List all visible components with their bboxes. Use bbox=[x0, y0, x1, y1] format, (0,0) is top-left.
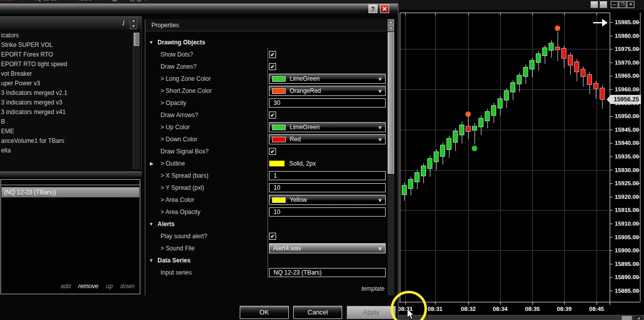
properties-header: Properties bbox=[145, 19, 394, 31]
dropdown[interactable]: Red∨ bbox=[269, 134, 386, 144]
candle-body bbox=[472, 126, 477, 130]
section-header[interactable]: ▼Alerts bbox=[145, 218, 387, 230]
chevron-down-icon: ∨ bbox=[378, 76, 382, 81]
property-label: Input series bbox=[160, 266, 192, 279]
collapse-triangle-icon[interactable]: ▼ bbox=[149, 36, 153, 48]
dropdown-value: OrangeRed bbox=[290, 87, 378, 94]
candle-body bbox=[402, 185, 407, 195]
resize-corner-icon[interactable]: ◢ bbox=[634, 315, 642, 320]
chevron-down-icon: ∨ bbox=[378, 197, 382, 202]
window-button[interactable] bbox=[591, 1, 598, 8]
template-link[interactable]: template bbox=[361, 285, 385, 292]
indicator-list-item[interactable]: B bbox=[0, 117, 132, 127]
expander-icon[interactable]: ▶ bbox=[150, 157, 153, 170]
text-input[interactable]: 10 bbox=[269, 183, 386, 192]
close-icon[interactable]: ✕ bbox=[380, 5, 389, 13]
checkbox[interactable]: ✔ bbox=[269, 63, 276, 70]
selected-series-row[interactable]: (NQ 12-23 (TBars)) bbox=[2, 187, 139, 197]
candle-body bbox=[447, 138, 451, 150]
indicator-list-item[interactable]: uper Power v3 bbox=[0, 79, 132, 88]
indicator-list-item[interactable]: 3 indicators merged v3 bbox=[0, 98, 132, 108]
info-icon[interactable]: i bbox=[122, 19, 124, 27]
toolbar-icons[interactable]: ▦ ✎ ⌖ ▤ ▥ ⚙ bbox=[112, 0, 148, 2]
add-link[interactable]: add bbox=[61, 283, 71, 290]
list-scroll-spinner[interactable]: ▲ ▼ bbox=[130, 18, 137, 29]
collapse-triangle-icon[interactable]: ▼ bbox=[149, 218, 153, 230]
minimize-icon[interactable]: — bbox=[611, 1, 618, 8]
text-input[interactable]: 1 bbox=[269, 171, 386, 180]
dialog-titlebar: ? ✕ bbox=[0, 4, 398, 15]
chart-hscrollbar[interactable]: ◢ bbox=[399, 315, 644, 320]
candle-body bbox=[504, 91, 509, 100]
candle-body bbox=[408, 179, 413, 189]
text-input[interactable]: NQ 12-23 (TBars) bbox=[269, 268, 386, 277]
scroll-up-icon[interactable]: ▲ bbox=[130, 18, 137, 24]
scrollbar-thumb[interactable] bbox=[134, 33, 139, 46]
indicator-list-item[interactable]: elta bbox=[0, 146, 132, 155]
property-row: > Long Zone ColorLimeGreen∨ bbox=[145, 73, 387, 85]
dropdown-value: LimeGreen bbox=[290, 75, 378, 82]
scroll-down-icon[interactable]: ▼ bbox=[388, 25, 394, 31]
close-icon[interactable]: ✕ bbox=[627, 1, 634, 8]
candle-body bbox=[581, 69, 585, 77]
time-axis-label: 08:39 bbox=[557, 306, 571, 312]
price-axis-label: 15950.00 bbox=[615, 113, 639, 119]
checkbox[interactable]: ✔ bbox=[269, 51, 276, 58]
ok-button[interactable]: OK bbox=[240, 306, 289, 319]
scrollbar-thumb[interactable] bbox=[388, 32, 394, 174]
text-input[interactable]: 10 bbox=[269, 207, 386, 217]
property-row: > Area ColorYellow∨ bbox=[145, 194, 387, 206]
chart-menu-button[interactable]: Chart bbox=[0, 0, 15, 2]
scroll-up-icon[interactable]: ▲ bbox=[388, 19, 394, 25]
instrument-selector[interactable]: NQ 12-23 bbox=[33, 0, 58, 2]
price-axis-label: 15920.00 bbox=[615, 194, 639, 200]
remove-link[interactable]: remove bbox=[78, 283, 98, 290]
down-link[interactable]: down bbox=[120, 283, 135, 290]
dropdown[interactable]: OrangeRed∨ bbox=[269, 86, 386, 96]
property-label: > Short Zone Color bbox=[160, 85, 212, 97]
indicator-list-item[interactable]: icators bbox=[0, 31, 132, 40]
text-input[interactable]: 30 bbox=[269, 98, 386, 108]
restore-icon[interactable]: ❐ bbox=[619, 1, 626, 8]
apply-button[interactable]: Apply bbox=[347, 306, 396, 319]
indicator-list-item[interactable]: EPORT Forex RTO bbox=[0, 50, 132, 60]
indicator-list-item[interactable]: EPORT RTO tight speed bbox=[0, 60, 132, 69]
time-axis-label: 08:34 bbox=[493, 306, 508, 312]
properties-scrollbar[interactable]: ▲ ▼ bbox=[387, 19, 394, 295]
scroll-down-icon[interactable]: ▼ bbox=[130, 24, 137, 29]
dropdown[interactable]: Alert4.wav∨ bbox=[269, 243, 386, 253]
indicator-list-item[interactable]: EME bbox=[0, 127, 132, 136]
scrollbar-thumb[interactable] bbox=[622, 316, 632, 320]
indicator-list-scrollbar[interactable] bbox=[133, 32, 140, 169]
time-axis-label: 08:45 bbox=[589, 306, 604, 312]
section-header[interactable]: ▼Data Series bbox=[145, 254, 387, 266]
price-axis-label: 15910.00 bbox=[615, 221, 639, 227]
checkbox[interactable]: ✔ bbox=[269, 112, 276, 119]
help-button[interactable]: ? bbox=[368, 5, 378, 13]
indicator-list-item[interactable]: anceVolume1 for TBars bbox=[0, 136, 132, 146]
indicator-list-item[interactable]: 3 indicators merged v2.1 bbox=[0, 88, 132, 98]
outline-style-value[interactable]: Solid, 2px bbox=[269, 157, 316, 170]
indicator-list-item[interactable]: Strike SUPER VOL bbox=[0, 40, 132, 50]
cancel-button[interactable]: Cancel bbox=[293, 306, 342, 319]
dropdown[interactable]: Yellow∨ bbox=[269, 195, 386, 205]
dropdown[interactable]: LimeGreen∨ bbox=[269, 74, 386, 84]
indicator-list-panel: i ▲ ▼ icatorsStrike SUPER VOLEPORT Forex… bbox=[0, 16, 142, 170]
dropdown[interactable]: LimeGreen∨ bbox=[269, 122, 386, 132]
interval-selector[interactable]: TBars bbox=[77, 0, 92, 2]
dropdown-value: Alert4.wav bbox=[273, 245, 378, 252]
indicator-list-item[interactable]: vot Breaker bbox=[0, 69, 132, 79]
chevron-down-icon: ▾ bbox=[66, 0, 69, 2]
up-link[interactable]: up bbox=[106, 283, 113, 290]
checkbox[interactable]: ✔ bbox=[269, 233, 276, 240]
window-button[interactable] bbox=[600, 1, 607, 8]
candle-body bbox=[600, 88, 605, 99]
indicator-list-item[interactable]: 3 indicators merged v41 bbox=[0, 108, 132, 117]
section-header[interactable]: ▼Drawing Objects bbox=[145, 36, 387, 48]
checkbox[interactable]: ✔ bbox=[269, 148, 276, 155]
time-axis: 08:3108:3108:3208:3408:3508:3908:45 bbox=[399, 306, 604, 312]
price-axis-label: 15925.00 bbox=[615, 180, 639, 186]
series-actions: addremoveupdown bbox=[1, 283, 140, 290]
collapse-triangle-icon[interactable]: ▼ bbox=[149, 254, 153, 266]
indicator-list-header: i ▲ ▼ bbox=[0, 16, 141, 31]
